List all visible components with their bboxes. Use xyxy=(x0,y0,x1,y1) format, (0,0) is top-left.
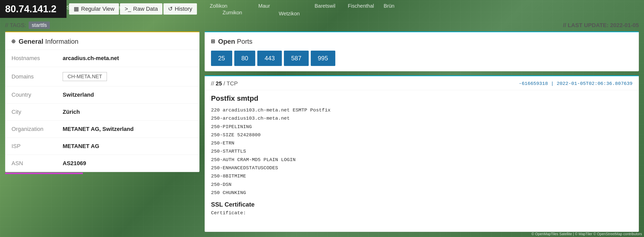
asn-value: AS21069 xyxy=(63,160,86,167)
tcp-meta: -616659318 | 2022-01-05T02:06:36.807639 xyxy=(519,81,632,86)
port-btn-587[interactable]: 587 xyxy=(284,51,308,66)
ports-title-rest: Ports xyxy=(235,38,252,45)
globe-icon: ⊕ xyxy=(12,37,16,46)
tags-row: // TAGS: starttls // LAST UPDATE: 2022-0… xyxy=(0,18,644,31)
tags-label: // TAGS: xyxy=(5,22,26,29)
history-label: History xyxy=(175,6,192,12)
ip-address: 80.74.141.2 xyxy=(0,0,66,18)
ssl-title: SSL Certificate xyxy=(211,201,632,208)
service-name: Postfix smtpd xyxy=(211,94,632,103)
network-icon: ⊞ xyxy=(211,37,215,46)
city-value: Zürich xyxy=(63,109,80,115)
main-content: // TAGS: starttls // LAST UPDATE: 2022-0… xyxy=(0,18,644,237)
tcp-detail-card: // 25 / TCP -616659318 | 2022-01-05T02:0… xyxy=(205,75,639,232)
general-title-bold: General xyxy=(19,38,43,45)
raw-data-label: Raw Data xyxy=(133,6,158,12)
organization-value: METANET AG, Switzerland xyxy=(63,126,134,132)
open-ports-card: ⊞ Open Ports 25 80 443 587 995 xyxy=(205,31,639,71)
left-panel: ⊕ General Information Hostnames arcadius… xyxy=(5,31,199,232)
general-title-rest: Information xyxy=(43,38,78,45)
general-info-header: ⊕ General Information xyxy=(5,32,199,50)
regular-view-label: Regular View xyxy=(81,6,114,12)
tag-starttls[interactable]: starttls xyxy=(29,21,50,29)
regular-view-tab[interactable]: ▦ Regular View xyxy=(69,3,119,15)
raw-data-tab[interactable]: >_ Raw Data xyxy=(120,3,162,15)
tcp-title: // 25 / TCP xyxy=(211,80,238,87)
info-row-country: Country Switzerland xyxy=(5,86,199,104)
raw-data-icon: >_ xyxy=(125,6,131,12)
port-buttons: 25 80 443 587 995 xyxy=(211,51,632,66)
tcp-meta-date: 2022-01-05T02:06:36.807639 xyxy=(557,81,632,86)
history-icon: ↺ xyxy=(168,6,173,12)
asn-label: ASN xyxy=(12,160,63,167)
tcp-port: 25 xyxy=(216,80,222,87)
hostnames-label: Hostnames xyxy=(12,55,63,62)
organization-label: Organization xyxy=(12,126,63,132)
country-label: Country xyxy=(12,92,63,98)
info-row-hostnames: Hostnames arcadius.ch-meta.net xyxy=(5,50,199,67)
main-columns: ⊕ General Information Hostnames arcadius… xyxy=(0,31,644,237)
tcp-body: Postfix smtpd 220 arcadius103.ch-meta.ne… xyxy=(205,90,639,220)
ssl-data: Certificate: xyxy=(211,210,632,216)
service-banner: 220 arcadius103.ch-meta.net ESMTP Postfi… xyxy=(211,106,632,197)
info-row-organization: Organization METANET AG, Switzerland xyxy=(5,121,199,138)
domains-label: Domains xyxy=(12,73,63,80)
isp-value: METANET AG xyxy=(63,143,99,150)
info-row-isp: ISP METANET AG xyxy=(5,138,199,155)
scroll-indicator xyxy=(5,173,199,174)
country-value: Switzerland xyxy=(63,92,94,98)
tcp-header: // 25 / TCP -616659318 | 2022-01-05T02:0… xyxy=(205,76,639,90)
general-info-title: General Information xyxy=(19,38,79,46)
last-update-label: // LAST UPDATE: xyxy=(563,22,608,28)
regular-view-icon: ▦ xyxy=(74,6,79,12)
tcp-protocol: TCP xyxy=(227,80,238,87)
hostnames-value: arcadius.ch-meta.net xyxy=(63,55,119,62)
last-update-section: // LAST UPDATE: 2022-01-05 xyxy=(563,22,639,29)
nav-tabs: ▦ Regular View >_ Raw Data ↺ History xyxy=(69,3,197,15)
ports-header: ⊞ Open Ports xyxy=(211,37,632,46)
port-btn-25[interactable]: 25 xyxy=(211,51,232,66)
top-bar: 80.74.141.2 ▦ Regular View >_ Raw Data ↺… xyxy=(0,0,644,18)
domain-badge[interactable]: CH-META.NET xyxy=(63,72,107,81)
ports-title: Open Ports xyxy=(218,38,252,46)
info-row-asn: ASN AS21069 xyxy=(5,155,199,172)
port-btn-80[interactable]: 80 xyxy=(234,51,256,66)
info-row-city: City Zürich xyxy=(5,104,199,121)
ports-title-bold: Open xyxy=(218,38,235,45)
isp-label: ISP xyxy=(12,143,63,150)
tags-section: // TAGS: starttls xyxy=(5,21,50,29)
port-btn-443[interactable]: 443 xyxy=(257,51,282,66)
history-tab[interactable]: ↺ History xyxy=(163,3,197,15)
last-update-value: 2022-01-05 xyxy=(610,22,639,28)
port-btn-995[interactable]: 995 xyxy=(311,51,335,66)
city-label: City xyxy=(12,109,63,115)
right-panel: ⊞ Open Ports 25 80 443 587 995 // 2 xyxy=(205,31,639,232)
tcp-meta-id: -616659318 xyxy=(519,81,548,86)
info-row-domains: Domains CH-META.NET xyxy=(5,67,199,86)
info-table: Hostnames arcadius.ch-meta.net Domains C… xyxy=(5,50,199,172)
general-info-card: ⊕ General Information Hostnames arcadius… xyxy=(5,31,199,172)
